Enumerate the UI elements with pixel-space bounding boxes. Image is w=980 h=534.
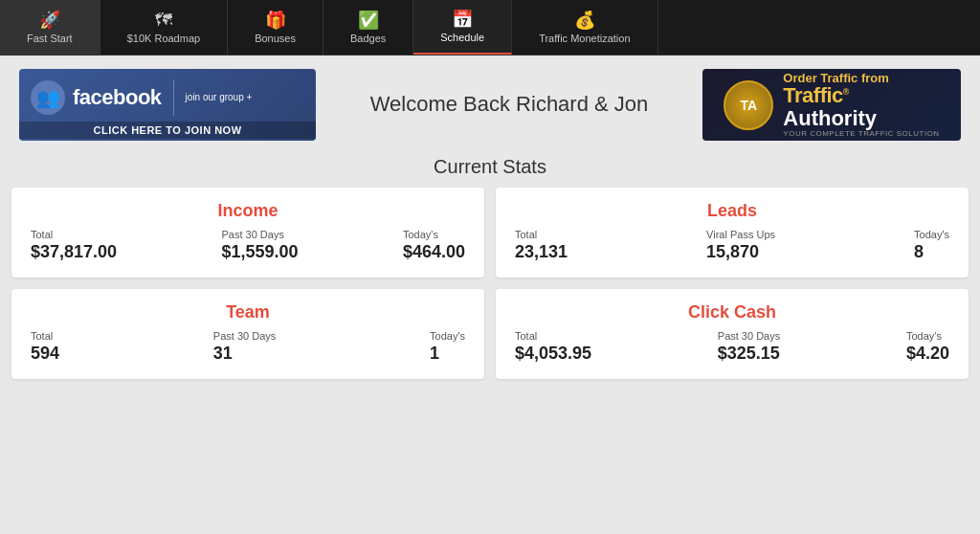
schedule-label: Schedule (440, 32, 484, 43)
fb-join-group-text: join our group + (186, 91, 253, 104)
stat-label-0-2: Today's (403, 229, 438, 240)
stat-col-0-1: Past 30 Days$1,559.00 (221, 229, 298, 262)
stat-card-income: IncomeTotal$37,817.00Past 30 Days$1,559.… (11, 188, 484, 278)
stat-value-3-1: $325.15 (718, 344, 780, 364)
stat-card-title-0: Income (31, 201, 465, 221)
stat-card-title-3: Click Cash (515, 302, 949, 323)
ta-brand: Traffic® (783, 84, 939, 107)
ta-sub-text: YOUR COMPLETE TRAFFIC SOLUTION (783, 129, 939, 138)
stat-label-3-1: Past 30 Days (718, 330, 780, 342)
bonuses-icon: 🎁 (265, 11, 286, 29)
stat-label-1-0: Total (515, 229, 537, 240)
stat-col-1-0: Total23,131 (515, 229, 568, 262)
stat-row-1: Total23,131Viral Pass Ups15,870Today's8 (515, 229, 949, 262)
ta-logo: TA (724, 80, 773, 130)
facebook-brand-name: facebook (73, 87, 162, 108)
fb-divider (173, 79, 174, 116)
badges-icon: ✅ (358, 11, 379, 29)
fast-start-icon: 🚀 (39, 11, 60, 29)
stat-card-team: TeamTotal594Past 30 Days31Today's1 (11, 289, 484, 379)
stat-row-3: Total$4,053.95Past 30 Days$325.15Today's… (515, 330, 949, 364)
stat-label-2-0: Total (31, 330, 53, 342)
roadmap-icon: 🗺 (155, 11, 172, 29)
stat-col-2-1: Past 30 Days31 (213, 330, 276, 364)
stat-value-0-1: $1,559.00 (221, 242, 298, 262)
stat-card-title-2: Team (31, 302, 465, 323)
facebook-icon: 👥 (31, 80, 65, 115)
stat-value-1-1: 15,870 (706, 242, 759, 262)
stat-card-click-cash: Click CashTotal$4,053.95Past 30 Days$325… (496, 289, 969, 379)
stat-col-3-0: Total$4,053.95 (515, 330, 591, 364)
stat-label-3-0: Total (515, 330, 537, 342)
traffic-icon: 💰 (574, 11, 595, 29)
traffic-authority-banner[interactable]: TA Order Traffic from Traffic® Authority… (702, 69, 961, 141)
badges-label: Badges (350, 33, 386, 44)
welcome-area: 👥 facebook join our group + CLICK HERE T… (0, 56, 980, 150)
fast-start-label: Fast Start (27, 33, 73, 44)
stat-label-1-1: Viral Pass Ups (706, 229, 775, 240)
roadmap-label: $10K Roadmap (127, 33, 200, 44)
nav-item-fast-start[interactable]: 🚀 Fast Start (0, 0, 100, 55)
stat-col-0-2: Today's$464.00 (403, 229, 465, 262)
nav-item-traffic[interactable]: 💰 Traffic Monetization (512, 0, 657, 55)
stat-label-1-2: Today's (914, 229, 949, 240)
stat-row-2: Total594Past 30 Days31Today's1 (31, 330, 465, 364)
nav-item-roadmap[interactable]: 🗺 $10K Roadmap (100, 0, 228, 55)
stat-value-1-0: 23,131 (515, 242, 568, 262)
welcome-message: Welcome Back Richard & Jon (370, 91, 649, 119)
stat-value-2-0: 594 (31, 344, 59, 364)
stat-label-3-2: Today's (906, 330, 942, 342)
stat-row-0: Total$37,817.00Past 30 Days$1,559.00Toda… (31, 229, 465, 262)
top-nav: 🚀 Fast Start 🗺 $10K Roadmap 🎁 Bonuses ✅ … (0, 0, 980, 56)
bonuses-label: Bonuses (255, 33, 296, 44)
stat-col-2-0: Total594 (31, 330, 59, 364)
stat-card-title-1: Leads (515, 201, 949, 221)
stat-col-1-1: Viral Pass Ups15,870 (706, 229, 775, 262)
stats-grid: IncomeTotal$37,817.00Past 30 Days$1,559.… (0, 188, 980, 390)
stat-col-0-0: Total$37,817.00 (31, 229, 117, 262)
ta-authority-text: Authority (783, 108, 939, 129)
stat-col-2-2: Today's1 (430, 330, 465, 364)
fb-click-here[interactable]: CLICK HERE TO JOIN NOW (19, 122, 316, 139)
stat-value-0-0: $37,817.00 (31, 242, 117, 262)
traffic-label: Traffic Monetization (539, 33, 630, 44)
stat-label-0-1: Past 30 Days (221, 229, 283, 240)
stat-value-2-1: 31 (213, 344, 233, 364)
stat-value-1-2: 8 (914, 242, 924, 262)
stat-col-3-2: Today's$4.20 (906, 330, 949, 364)
nav-item-bonuses[interactable]: 🎁 Bonuses (228, 0, 323, 55)
stat-value-3-0: $4,053.95 (515, 344, 591, 364)
ta-text-block: Order Traffic from Traffic® Authority YO… (783, 72, 939, 137)
current-stats-heading: Current Stats (0, 156, 980, 178)
stat-label-2-2: Today's (430, 330, 465, 342)
stat-col-3-1: Past 30 Days$325.15 (718, 330, 780, 364)
schedule-icon: 📅 (452, 11, 473, 28)
stat-label-2-1: Past 30 Days (213, 330, 276, 342)
stat-value-2-2: 1 (430, 344, 439, 364)
stat-value-0-2: $464.00 (403, 242, 465, 262)
ta-logo-text: TA (741, 98, 758, 113)
nav-item-schedule[interactable]: 📅 Schedule (413, 0, 512, 55)
facebook-banner[interactable]: 👥 facebook join our group + CLICK HERE T… (19, 69, 316, 141)
stat-card-leads: LeadsTotal23,131Viral Pass Ups15,870Toda… (496, 188, 969, 278)
stat-value-3-2: $4.20 (906, 344, 949, 364)
stat-label-0-0: Total (31, 229, 53, 240)
stat-col-1-2: Today's8 (914, 229, 949, 262)
nav-item-badges[interactable]: ✅ Badges (323, 0, 413, 55)
